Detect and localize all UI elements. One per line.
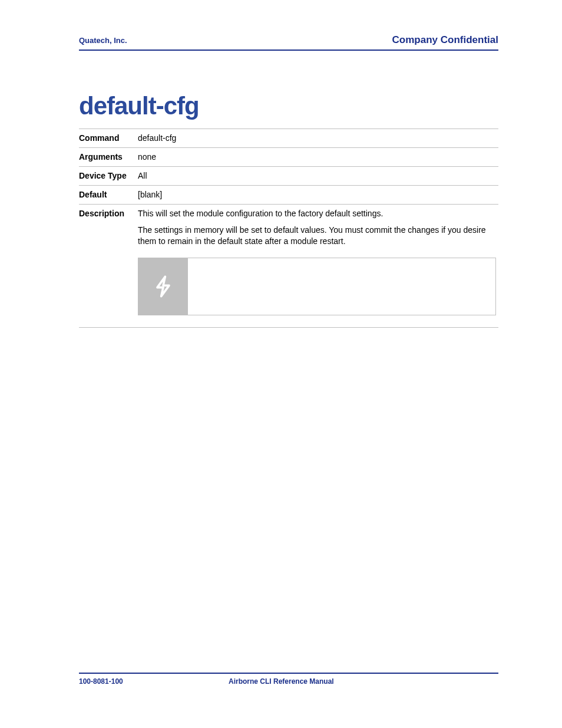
command-table: Command default-cfg Arguments none Devic… xyxy=(79,129,498,328)
row-command: Command default-cfg xyxy=(79,129,498,148)
row-arguments: Arguments none xyxy=(79,147,498,166)
note-body xyxy=(188,258,495,315)
label-command: Command xyxy=(79,129,138,148)
header-classification: Company Confidential xyxy=(392,34,498,46)
value-description: This will set the module configuration t… xyxy=(138,204,498,328)
label-arguments: Arguments xyxy=(79,147,138,166)
description-para1: This will set the module configuration t… xyxy=(138,208,496,219)
header-company: Quatech, Inc. xyxy=(79,36,127,45)
lightning-icon xyxy=(138,258,188,315)
page: Quatech, Inc. Company Confidential defau… xyxy=(0,0,562,728)
page-footer: 100-8081-100 Airborne CLI Reference Manu… xyxy=(79,673,498,686)
label-description: Description xyxy=(79,204,138,328)
page-title: default-cfg xyxy=(79,92,498,120)
label-device-type: Device Type xyxy=(79,166,138,185)
value-command: default-cfg xyxy=(138,129,498,148)
footer-doc-title: Airborne CLI Reference Manual xyxy=(123,677,439,686)
value-default: [blank] xyxy=(138,185,498,204)
row-device-type: Device Type All xyxy=(79,166,498,185)
row-default: Default [blank] xyxy=(79,185,498,204)
value-arguments: none xyxy=(138,147,498,166)
page-header: Quatech, Inc. Company Confidential xyxy=(79,34,498,51)
label-default: Default xyxy=(79,185,138,204)
value-device-type: All xyxy=(138,166,498,185)
footer-doc-number: 100-8081-100 xyxy=(79,677,123,686)
note-box xyxy=(138,258,496,315)
description-para2: The settings in memory will be set to de… xyxy=(138,225,496,247)
row-description: Description This will set the module con… xyxy=(79,204,498,328)
